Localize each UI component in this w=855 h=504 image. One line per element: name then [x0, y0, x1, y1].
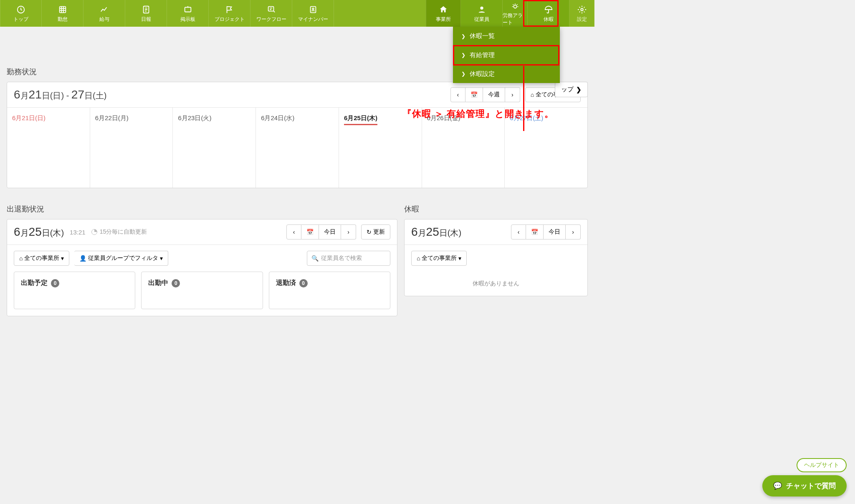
search-icon: 🔍 — [311, 255, 319, 262]
svg-rect-4 — [268, 6, 273, 11]
attendance-title: 出退勤状況 — [7, 204, 397, 214]
count-badge: 0 — [51, 279, 59, 287]
nav-employee[interactable]: 従業員 — [461, 0, 503, 27]
att-update-button[interactable]: ↻ 更新 — [361, 224, 390, 239]
top-button-partial[interactable]: ップ ❯ — [555, 82, 588, 97]
day-label: 6月25日(木) — [344, 114, 377, 125]
this-week-button[interactable]: 今週 — [483, 87, 505, 102]
dropdown-item-1[interactable]: ❯有給管理 — [453, 45, 560, 64]
day-cell[interactable]: 6月21日(日) — [7, 108, 90, 188]
top-button-label: ップ — [561, 86, 574, 93]
chart-icon — [100, 4, 109, 15]
day-label: 6月23日(火) — [178, 114, 211, 121]
card-title: 退勤済 0 — [276, 279, 383, 287]
user-icon — [477, 4, 486, 15]
nav-project[interactable]: プロジェクト — [209, 0, 250, 27]
alert-icon — [511, 0, 520, 11]
note-icon — [142, 4, 151, 15]
nav-label: 従業員 — [474, 16, 489, 23]
nav-kintai[interactable]: 勤怠 — [42, 0, 83, 27]
day-label: 6月21日(日) — [12, 114, 46, 121]
vacation-date: 6月25日(木) — [411, 225, 461, 239]
svg-point-6 — [312, 8, 314, 10]
annotation-text: 『休暇 ＞ 有給管理』と開きます。 — [402, 108, 554, 120]
chevron-right-icon: ❯ — [461, 71, 465, 77]
nav-mynumber[interactable]: マイナンバー — [292, 0, 334, 27]
att-office-select[interactable]: ⌂ 全ての事業所 ▾ — [14, 251, 69, 266]
attendance-time: 13:21 — [70, 229, 86, 236]
att-group-filter[interactable]: 👤 従業員グループでフィルタ ▾ — [74, 251, 168, 266]
nav-label: 勤怠 — [58, 16, 68, 23]
no-vacation-text: 休暇がありません — [405, 272, 587, 296]
vacation-panel-title: 休暇 — [404, 204, 588, 214]
dropdown-item-0[interactable]: ❯休暇一覧 — [453, 27, 560, 45]
day-cell[interactable]: 6月24日(水) — [256, 108, 339, 188]
nav-workflow[interactable]: ワークフロー — [250, 0, 292, 27]
nav-label: 掲示板 — [180, 16, 195, 23]
svg-rect-3 — [185, 7, 191, 12]
home-icon: ⌂ — [417, 255, 420, 262]
nav-label: 事業所 — [436, 16, 451, 23]
nav-nippo[interactable]: 日報 — [125, 0, 167, 27]
vac-calendar-button[interactable]: 📅 — [526, 224, 544, 239]
nav-label: 日報 — [141, 16, 151, 23]
nav-label: 給与 — [99, 16, 109, 23]
gear-icon — [577, 4, 587, 15]
nav-vacation[interactable]: 休暇 — [528, 0, 569, 27]
nav-label: 設定 — [577, 16, 587, 23]
attendance-panel: 6月25日(木) 13:21 15分毎に自動更新 ‹ 📅 今日 › — [7, 219, 397, 316]
prev-week-button[interactable]: ‹ — [450, 87, 465, 102]
card-title: 出勤中 0 — [148, 279, 255, 287]
dropdown-item-2[interactable]: ❯休暇設定 — [453, 64, 560, 83]
next-week-button[interactable]: › — [505, 87, 520, 102]
home-icon — [439, 4, 448, 15]
nav-label: 休暇 — [544, 16, 554, 23]
auto-refresh-label: 15分毎に自動更新 — [91, 228, 147, 236]
board-icon — [183, 4, 192, 15]
svg-point-9 — [581, 8, 583, 11]
att-prev-button[interactable]: ‹ — [286, 224, 301, 239]
att-today-button[interactable]: 今日 — [319, 224, 341, 239]
nav-kyuyo[interactable]: 給与 — [83, 0, 125, 27]
day-cell[interactable]: 6月23日(火) — [173, 108, 256, 188]
clock-icon — [16, 4, 25, 15]
nav-label: マイナンバー — [298, 16, 328, 23]
grid-icon — [58, 4, 67, 15]
nav-label: 労務アラート — [503, 12, 527, 26]
vac-prev-button[interactable]: ‹ — [511, 224, 526, 239]
nav-settings[interactable]: 設定 — [569, 0, 594, 27]
chevron-right-icon: ❯ — [461, 52, 465, 58]
home-icon: ⌂ — [531, 91, 534, 98]
day-label: 6月24日(水) — [261, 114, 294, 121]
nav-label: ワークフロー — [256, 16, 286, 23]
vac-next-button[interactable]: › — [566, 224, 581, 239]
day-cell[interactable]: 6月22日(月) — [90, 108, 173, 188]
nav-alert[interactable]: 労務アラート — [503, 0, 528, 27]
count-badge: 0 — [299, 279, 308, 287]
calendar-button[interactable]: 📅 — [465, 87, 483, 102]
attendance-card: 出勤予定 0 — [14, 272, 135, 309]
card-title: 出勤予定 0 — [21, 279, 128, 287]
svg-rect-1 — [59, 6, 66, 13]
home-icon: ⌂ — [19, 255, 23, 262]
chevron-right-icon: ❯ — [461, 33, 465, 39]
vac-today-button[interactable]: 今日 — [544, 224, 566, 239]
pie-icon — [91, 229, 97, 235]
user-icon: 👤 — [79, 255, 86, 262]
refresh-icon: ↻ — [367, 229, 372, 235]
employee-search-input[interactable]: 🔍 従業員名で検索 — [307, 251, 390, 266]
att-next-button[interactable]: › — [341, 224, 356, 239]
wf-icon — [267, 4, 276, 15]
nav-label: トップ — [13, 16, 28, 23]
highlight-connector-line — [523, 66, 524, 131]
person-icon — [309, 4, 318, 15]
attendance-date: 6月25日(木) — [14, 225, 64, 239]
vacation-panel: 6月25日(木) ‹ 📅 今日 › ⌂ 全ての事業所 ▾ 休暇がありません — [404, 219, 588, 296]
att-calendar-button[interactable]: 📅 — [301, 224, 319, 239]
svg-point-7 — [480, 6, 483, 9]
nav-keiji[interactable]: 掲示板 — [167, 0, 209, 27]
attendance-card: 退勤済 0 — [269, 272, 390, 309]
vac-office-select[interactable]: ⌂ 全ての事業所 ▾ — [411, 251, 467, 266]
nav-office[interactable]: 事業所 — [426, 0, 461, 27]
nav-top[interactable]: トップ — [0, 0, 42, 27]
